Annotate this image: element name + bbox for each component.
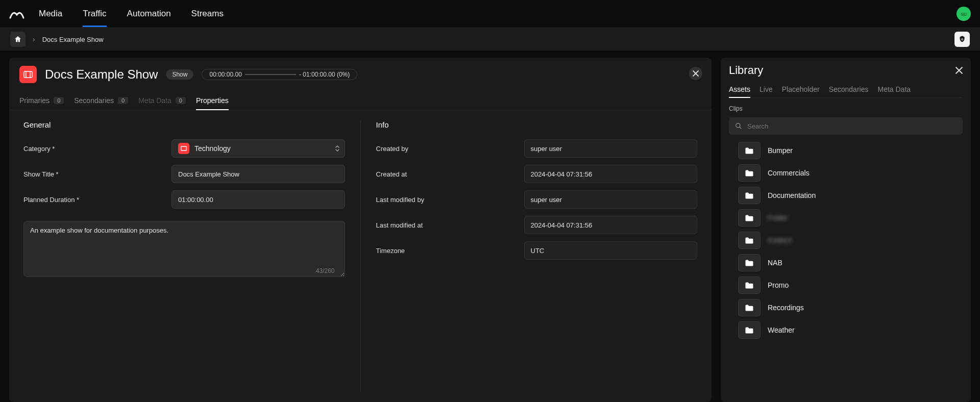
modified-by-label: Last modified by xyxy=(376,196,514,204)
category-icon xyxy=(19,66,37,83)
lib-tab-live[interactable]: Live xyxy=(760,81,773,97)
breadcrumb-current: Docs Example Show xyxy=(42,36,104,43)
modified-at-label: Last modified at xyxy=(376,221,514,229)
lib-tab-assets[interactable]: Assets xyxy=(729,81,750,97)
nav-tab-streams[interactable]: Streams xyxy=(191,1,224,27)
editor-title: Docs Example Show xyxy=(45,67,158,82)
library-title: Library xyxy=(729,64,763,77)
planned-duration-input[interactable] xyxy=(172,190,345,209)
folder-item[interactable]: Folder2 xyxy=(738,232,963,249)
home-button[interactable] xyxy=(10,32,26,47)
editor-type-badge: Show xyxy=(166,69,193,80)
folder-icon xyxy=(738,187,761,204)
tab-properties[interactable]: Properties xyxy=(196,91,229,110)
editor-close-button[interactable] xyxy=(689,67,702,80)
show-title-input[interactable] xyxy=(172,165,345,183)
category-value: Technology xyxy=(194,144,231,153)
folder-name: Recordings xyxy=(768,304,804,312)
svg-rect-1 xyxy=(26,71,27,78)
folder-item[interactable]: Documentation xyxy=(738,187,963,204)
library-tabs: Assets Live Placeholder Secondaries Meta… xyxy=(729,81,963,98)
tab-primaries[interactable]: Primaries 0 xyxy=(19,91,64,110)
created-by-value xyxy=(524,139,698,158)
lib-tab-metadata[interactable]: Meta Data xyxy=(877,81,911,97)
info-heading: Info xyxy=(376,120,698,129)
lib-tab-placeholder[interactable]: Placeholder xyxy=(782,81,820,97)
svg-rect-0 xyxy=(24,71,32,78)
user-avatar[interactable]: su xyxy=(957,7,971,21)
folder-item[interactable]: Folder xyxy=(738,209,963,227)
library-search[interactable] xyxy=(729,117,963,135)
library-icon xyxy=(958,35,967,44)
metadata-count: 0 xyxy=(176,97,186,104)
timezone-value xyxy=(524,241,698,260)
svg-point-4 xyxy=(736,123,740,128)
svg-rect-3 xyxy=(181,146,187,150)
modified-by-value xyxy=(524,190,698,209)
folder-item[interactable]: Promo xyxy=(738,277,963,294)
nav-tabs: Media Traffic Automation Streams xyxy=(39,1,224,27)
folder-name: Folder2 xyxy=(768,236,792,244)
description-textarea[interactable] xyxy=(23,221,345,277)
nav-tab-traffic[interactable]: Traffic xyxy=(83,1,106,27)
lib-tab-secondaries[interactable]: Secondaries xyxy=(829,81,869,97)
close-icon xyxy=(693,70,699,77)
nav-tab-automation[interactable]: Automation xyxy=(127,1,171,27)
folder-name: Folder xyxy=(768,214,788,222)
folder-icon xyxy=(738,254,761,271)
app-logo-icon xyxy=(9,8,24,20)
tab-metadata: Meta Data 0 xyxy=(138,91,186,110)
description-char-count: 43/260 xyxy=(316,267,335,274)
folder-icon xyxy=(738,142,761,159)
folder-icon xyxy=(738,321,761,339)
editor-panel: Docs Example Show Show 00:00:00.00 - 01:… xyxy=(9,58,712,402)
tab-secondaries[interactable]: Secondaries 0 xyxy=(74,91,128,110)
folder-name: NAB xyxy=(768,259,782,267)
folder-icon xyxy=(738,209,761,227)
top-nav: Media Traffic Automation Streams su xyxy=(0,0,980,28)
info-column: Info Created by Created at Last modified… xyxy=(361,120,698,392)
library-panel: Library Assets Live Placeholder Secondar… xyxy=(721,58,971,402)
category-select-icon xyxy=(178,143,189,154)
created-at-value xyxy=(524,165,698,183)
time-end: - 01:00:00.00 (0%) xyxy=(299,71,350,78)
chevron-right-icon: › xyxy=(33,35,35,43)
folder-item[interactable]: Commercials xyxy=(738,164,963,182)
breadcrumb-bar: › Docs Example Show xyxy=(0,28,980,51)
folder-icon xyxy=(738,299,761,316)
editor-tabs: Primaries 0 Secondaries 0 Meta Data 0 Pr… xyxy=(9,87,712,110)
folder-icon xyxy=(738,277,761,294)
search-icon xyxy=(735,122,742,130)
show-title-label: Show Title * xyxy=(23,170,161,178)
library-search-input[interactable] xyxy=(747,122,957,130)
modified-at-value xyxy=(524,216,698,234)
select-arrows-icon xyxy=(335,145,339,152)
timeline-progress-bar xyxy=(245,74,296,75)
time-start: 00:00:00.00 xyxy=(209,71,241,78)
folder-icon xyxy=(738,164,761,182)
secondaries-count: 0 xyxy=(118,97,128,104)
created-by-label: Created by xyxy=(376,145,514,153)
category-label: Category * xyxy=(23,145,161,153)
svg-rect-2 xyxy=(30,71,31,78)
timezone-label: Timezone xyxy=(376,247,514,255)
general-heading: General xyxy=(23,120,345,129)
folder-icon xyxy=(738,232,761,249)
library-toggle-button[interactable] xyxy=(954,32,970,47)
timeline-chip: 00:00:00.00 - 01:00:00.00 (0%) xyxy=(202,69,357,80)
planned-duration-label: Planned Duration * xyxy=(23,196,161,204)
folder-name: Commercials xyxy=(768,169,810,177)
general-column: General Category * Technology Show xyxy=(23,120,361,392)
library-close-button[interactable] xyxy=(955,67,963,74)
category-select[interactable]: Technology xyxy=(172,139,345,158)
folder-item[interactable]: Weather xyxy=(738,321,963,339)
folder-item[interactable]: Recordings xyxy=(738,299,963,316)
folder-item[interactable]: NAB xyxy=(738,254,963,271)
home-icon xyxy=(14,35,22,43)
editor-header: Docs Example Show Show 00:00:00.00 - 01:… xyxy=(9,58,712,87)
library-section-label: Clips xyxy=(729,105,963,112)
nav-tab-media[interactable]: Media xyxy=(39,1,62,27)
folder-item[interactable]: Bumper xyxy=(738,142,963,159)
created-at-label: Created at xyxy=(376,170,514,178)
folder-name: Documentation xyxy=(768,191,816,199)
